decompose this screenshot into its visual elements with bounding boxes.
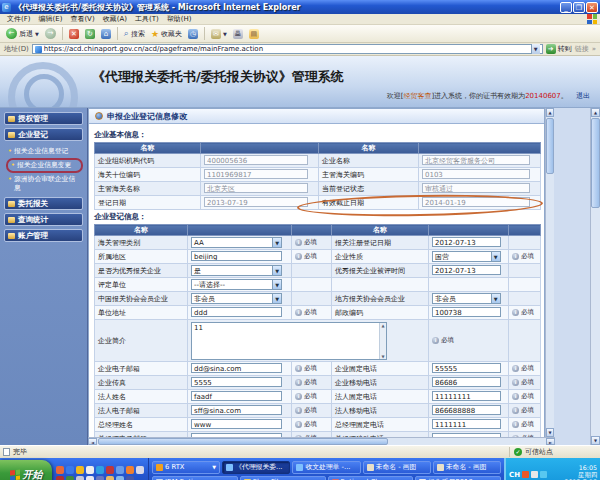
sidebar-subitem-related-enterprise[interactable]: •源洲协会审联企业信息: [6, 174, 83, 194]
sidebar-subitem-info-register[interactable]: •报关企业信息登记: [6, 146, 83, 157]
taskbar-button-paint1[interactable]: 未命名 - 画图: [363, 461, 431, 474]
taskbar-button-rtx[interactable]: 6 RTX▼: [152, 461, 220, 474]
taskbar-button-rational[interactable]: Rational Cl...: [328, 476, 414, 480]
scroll-up-icon[interactable]: ▲: [591, 108, 600, 117]
sidebar-item-account-mgmt[interactable]: 账户管理: [4, 229, 83, 242]
tray-icon[interactable]: [540, 471, 547, 478]
mail-button[interactable]: ✉▼: [209, 29, 229, 39]
sidebar-subitem-info-change[interactable]: •报关企业信息变更: [9, 160, 80, 171]
local-assoc-member-select[interactable]: 非会员▼: [432, 293, 501, 304]
excellent-eval-time-input[interactable]: 2012-07-13: [432, 265, 501, 275]
legal-email-input[interactable]: sff@sina.com: [191, 405, 282, 415]
company-phone-input[interactable]: 55555: [432, 363, 501, 373]
taskbar-button-manual[interactable]: 操作手册2013...: [415, 476, 501, 480]
close-button[interactable]: ✕: [586, 2, 598, 13]
quicklaunch-icon[interactable]: [56, 476, 64, 480]
quicklaunch-icon[interactable]: [126, 466, 134, 474]
print-button[interactable]: 🖶: [231, 29, 245, 39]
quicklaunch-icon[interactable]: [106, 476, 114, 480]
language-indicator[interactable]: CH: [509, 471, 520, 479]
quicklaunch-icon[interactable]: [76, 476, 84, 480]
menu-edit[interactable]: 编辑(E): [35, 14, 67, 24]
scroll-down-icon[interactable]: ▼: [546, 428, 554, 437]
quicklaunch-icon[interactable]: [66, 476, 74, 480]
excellent-enterprise-select[interactable]: 是▼: [191, 265, 282, 276]
links-chevron-icon[interactable]: »: [592, 45, 596, 53]
logout-link[interactable]: 退出: [576, 92, 590, 100]
forward-button[interactable]: →: [43, 28, 58, 39]
menu-tools[interactable]: 工具(T): [131, 14, 163, 24]
start-button[interactable]: 开始: [0, 460, 52, 480]
region-input[interactable]: beijing: [191, 251, 282, 261]
quicklaunch-icon[interactable]: [86, 466, 94, 474]
textarea-scrollbar[interactable]: [379, 323, 386, 359]
quicklaunch-icon[interactable]: [116, 476, 124, 480]
taskbar-button-doc[interactable]: 收文处理单 -...: [292, 461, 360, 474]
frame-vertical-scrollbar[interactable]: ▲ ▼: [545, 108, 554, 437]
sidebar-item-entrust-declare[interactable]: 委托报关: [4, 197, 83, 210]
company-email-input[interactable]: dd@sina.com: [191, 363, 282, 373]
reg-register-date-input[interactable]: 2012-07-13: [432, 237, 501, 247]
menu-file[interactable]: 文件(F): [3, 14, 35, 24]
scrollbar-thumb[interactable]: [98, 438, 388, 445]
postcode-input[interactable]: 100738: [432, 307, 501, 317]
minimize-button[interactable]: _: [560, 2, 572, 13]
company-fax-input[interactable]: 5555: [191, 377, 282, 387]
scroll-right-icon[interactable]: ►: [546, 438, 555, 445]
go-button[interactable]: ➜转到: [546, 44, 572, 54]
customs-category-select[interactable]: AA▼: [191, 237, 282, 248]
address-field-input[interactable]: ddd: [191, 307, 282, 317]
legal-mobile-input[interactable]: 866688888: [432, 405, 501, 415]
maximize-button[interactable]: ❐: [573, 2, 585, 13]
enterprise-nature-select[interactable]: 国营▼: [432, 251, 501, 262]
browser-vertical-scrollbar[interactable]: ▲ ▼: [590, 108, 600, 445]
menu-view[interactable]: 查看(V): [66, 14, 98, 24]
sidebar-item-enterprise-reg[interactable]: 企业登记: [4, 128, 83, 141]
taskbar-button-ibm[interactable]: IBM Rationa...: [152, 476, 238, 480]
refresh-button[interactable]: ↻: [83, 29, 97, 39]
sidebar-item-query-stats[interactable]: 查询统计: [4, 213, 83, 226]
quicklaunch-icon[interactable]: [96, 466, 104, 474]
links-label[interactable]: 链接: [575, 44, 589, 54]
scroll-down-icon[interactable]: ▼: [591, 436, 600, 445]
quicklaunch-icon[interactable]: [56, 466, 64, 474]
quicklaunch-icon[interactable]: [126, 476, 134, 480]
sidebar-item-auth-mgmt[interactable]: 授权管理: [4, 112, 83, 125]
menu-help[interactable]: 帮助(H): [163, 14, 196, 24]
quicklaunch-icon[interactable]: [96, 476, 104, 480]
scrollbar-thumb[interactable]: [546, 118, 554, 174]
legal-phone-input[interactable]: 11111111: [432, 391, 501, 401]
manager-phone-input[interactable]: 1111111: [432, 419, 501, 429]
favorites-button[interactable]: ★收藏夹: [149, 29, 184, 39]
taskbar-button-showfile[interactable]: ShowFile: [240, 476, 326, 480]
history-button[interactable]: ◷: [186, 29, 200, 39]
back-button[interactable]: ←后退▼: [4, 28, 41, 39]
taskbar-button-paint2[interactable]: 未命名 - 画图: [433, 461, 501, 474]
edit-button[interactable]: ▤: [247, 29, 261, 39]
eval-unit-select[interactable]: --请选择--▼: [191, 279, 282, 290]
quicklaunch-icon[interactable]: [116, 466, 124, 474]
manager-name-input[interactable]: www: [191, 419, 282, 429]
tray-icon[interactable]: [522, 471, 529, 478]
quicklaunch-icon[interactable]: [136, 466, 144, 474]
company-intro-textarea[interactable]: 11: [191, 322, 387, 360]
legal-name-input[interactable]: faadf: [191, 391, 282, 401]
quicklaunch-icon[interactable]: [106, 466, 114, 474]
china-assoc-member-select[interactable]: 非会员▼: [191, 293, 282, 304]
taskbar-button-ie-active[interactable]: 《代理报关委...: [222, 461, 290, 474]
frame-horizontal-scrollbar[interactable]: ◄ ►: [88, 437, 555, 445]
menu-favorites[interactable]: 收藏(A): [99, 14, 131, 24]
scroll-left-icon[interactable]: ◄: [88, 438, 97, 445]
tray-icon[interactable]: [531, 471, 538, 478]
search-button[interactable]: ⌕搜索: [122, 28, 147, 39]
quicklaunch-icon[interactable]: [76, 466, 84, 474]
address-dropdown-icon[interactable]: ▼: [531, 44, 540, 54]
quicklaunch-icon[interactable]: [66, 466, 74, 474]
home-button[interactable]: ⌂: [99, 29, 113, 39]
manager-email-input[interactable]: [191, 433, 282, 438]
manager-mobile-input[interactable]: [432, 433, 501, 438]
quicklaunch-icon[interactable]: [86, 476, 94, 480]
scrollbar-thumb[interactable]: [591, 118, 600, 208]
company-mobile-input[interactable]: 86686: [432, 377, 501, 387]
address-input[interactable]: https://acd.chinaport.gov.cn/acd/pagefra…: [32, 44, 543, 54]
